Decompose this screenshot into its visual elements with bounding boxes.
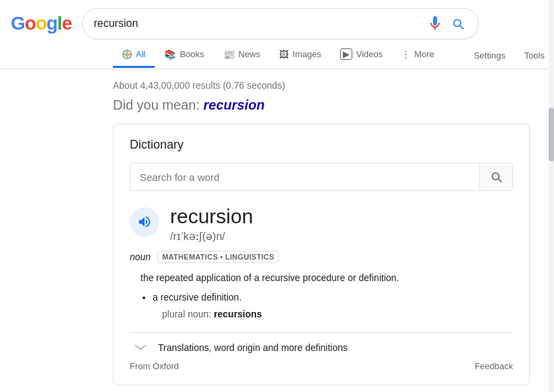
did-you-mean-word[interactable]: recursion [204,97,265,112]
results-count: About 4,43,00,000 results (0.76 seconds) [113,80,538,91]
dictionary-search-input[interactable] [130,165,479,190]
nav-right: Settings Tools [465,44,554,67]
word-entry: recursion /rɪˈkəːʃ(ə)n/ [130,204,513,243]
tab-books[interactable]: 📚 Books [155,42,213,69]
tab-images-label: Images [292,49,321,59]
chevron-down-icon [130,342,151,353]
definition-sub: a recursive definition. plural noun: rec… [141,290,513,321]
plural-line: plural noun: recursions [162,307,513,321]
tab-videos[interactable]: ▶ Videos [331,42,393,69]
results-area: About 4,43,00,000 results (0.76 seconds)… [0,69,538,385]
books-icon: 📚 [164,49,175,60]
dictionary-search-row [130,163,513,191]
pos-label: noun [130,251,151,262]
pos-tag-math-ling: MATHEMATICS • LINGUISTICS [157,251,279,263]
pos-tags: MATHEMATICS • LINGUISTICS [157,251,279,263]
tab-news[interactable]: 📰 News [214,42,270,69]
did-you-mean-label: Did you mean: [113,97,204,112]
oxford-row: From Oxford Feedback [130,356,513,371]
more-icon: ⋮ [401,49,410,59]
word-pronunciation: /rɪˈkəːʃ(ə)n/ [170,230,513,243]
search-input[interactable] [93,17,422,30]
header: Google [0,0,554,39]
images-icon: 🖼 [279,49,288,60]
more-defs-row[interactable]: Translations, word origin and more defin… [130,332,513,356]
search-button[interactable] [448,14,467,33]
from-oxford-label: From Oxford [130,361,179,371]
more-defs-text: Translations, word origin and more defin… [158,342,348,353]
search-bar [82,8,479,39]
word-name: recursion [170,204,513,229]
speaker-button[interactable] [130,207,159,237]
tab-all[interactable]: All [113,42,155,68]
tab-books-label: Books [180,49,204,59]
tab-more[interactable]: ⋮ More [392,42,444,68]
plural-word: recursions [214,309,262,319]
tab-videos-label: Videos [356,49,383,59]
mic-icon[interactable] [427,15,443,32]
videos-icon: ▶ [340,48,352,60]
dictionary-search-button[interactable] [479,163,512,190]
news-icon: 📰 [223,49,235,60]
dict-search-icon [489,170,503,184]
word-info: recursion /rɪˈkəːʃ(ə)n/ [170,204,513,243]
google-logo[interactable]: Google [11,13,71,34]
scrollbar-thumb [549,108,554,161]
dictionary-card: Dictionary recursion /rɪˈkəːʃ(ə)n/ [113,124,530,385]
settings-link[interactable]: Settings [465,44,515,67]
tab-images[interactable]: 🖼 Images [270,42,331,69]
dictionary-title: Dictionary [130,138,513,152]
definition-main: the repeated application of a recursive … [141,271,513,285]
did-you-mean: Did you mean: recursion [113,97,538,113]
tab-all-label: All [136,49,145,59]
pos-row: noun MATHEMATICS • LINGUISTICS [130,251,513,263]
tab-news-label: News [239,49,261,59]
nav-tabs: All 📚 Books 📰 News 🖼 Images ▶ Videos ⋮ M… [0,42,554,69]
scrollbar[interactable] [549,0,554,392]
tab-more-label: More [414,49,434,59]
all-icon [122,50,132,59]
speaker-icon [137,214,152,229]
feedback-link[interactable]: Feedback [475,361,513,371]
